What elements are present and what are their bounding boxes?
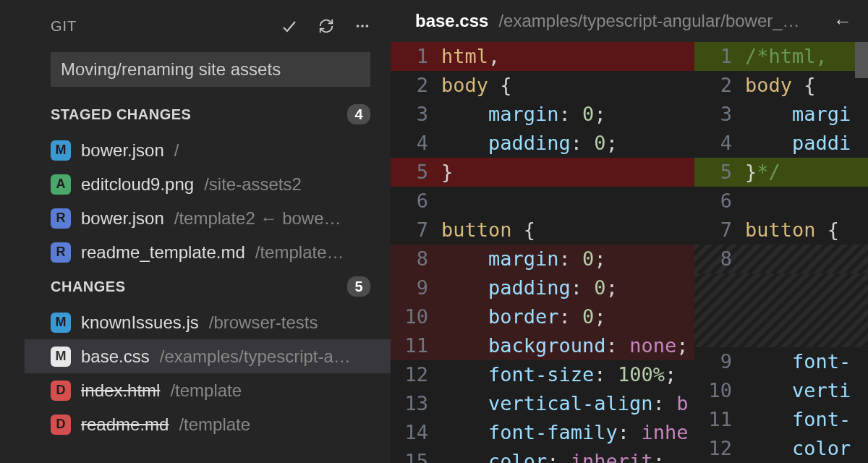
code-line[interactable]: 3 margin: 0; bbox=[391, 100, 694, 129]
code-content: color: inherit; bbox=[441, 447, 694, 463]
line-number: 6 bbox=[694, 187, 745, 216]
line-number: 1 bbox=[391, 42, 441, 71]
code-line[interactable]: 11 font- bbox=[694, 405, 868, 434]
line-number: 8 bbox=[391, 245, 441, 273]
code-line[interactable]: 7button { bbox=[391, 216, 694, 245]
code-content: /*html, bbox=[745, 42, 868, 71]
code-line[interactable]: 2body { bbox=[694, 71, 868, 100]
svg-point-1 bbox=[361, 25, 364, 27]
code-line[interactable]: 14 font-family: inhe bbox=[391, 418, 694, 447]
line-number: 5 bbox=[694, 158, 745, 187]
code-line[interactable]: 1/*html, bbox=[694, 42, 868, 71]
file-name: index.html bbox=[81, 381, 160, 401]
line-number: 11 bbox=[694, 405, 745, 434]
file-path: /template… bbox=[255, 242, 344, 263]
code-line[interactable]: 7button { bbox=[694, 216, 868, 245]
file-path: /browser-tests bbox=[209, 313, 318, 333]
line-number: 5 bbox=[391, 158, 441, 187]
staged-section-header[interactable]: STAGED CHANGES 4 bbox=[25, 97, 391, 133]
code-line[interactable]: 2body { bbox=[391, 71, 694, 100]
line-number: 9 bbox=[694, 347, 745, 376]
line-number: 2 bbox=[694, 71, 745, 100]
commit-message-input[interactable] bbox=[51, 52, 370, 87]
file-name: readme.md bbox=[81, 415, 169, 435]
svg-point-2 bbox=[366, 25, 369, 27]
file-row[interactable]: Mbower.json/ bbox=[25, 133, 391, 167]
code-line[interactable]: 5} bbox=[391, 158, 694, 187]
code-line[interactable]: 9 padding: 0; bbox=[391, 273, 694, 302]
code-content: padding: 0; bbox=[441, 129, 694, 158]
code-content: margi bbox=[745, 100, 868, 129]
file-path: /examples/typescript-a… bbox=[160, 347, 351, 367]
git-sidebar: GIT STAGED CHANGES 4 Mbower.json/Aeditcl… bbox=[0, 0, 391, 463]
line-number: 10 bbox=[694, 376, 745, 405]
file-row[interactable]: Rreadme_template.md/template… bbox=[25, 235, 391, 269]
line-number: 13 bbox=[391, 389, 441, 418]
code-line[interactable]: 10 border: 0; bbox=[391, 302, 694, 331]
file-row[interactable]: Aeditcloud9.png/site-assets2 bbox=[25, 167, 391, 201]
file-row[interactable]: Mbase.css/examples/typescript-a… bbox=[25, 339, 391, 373]
code-line[interactable]: 6 bbox=[694, 187, 868, 216]
file-name: bower.json bbox=[81, 208, 164, 229]
status-badge: A bbox=[51, 174, 71, 195]
file-path: /template bbox=[170, 381, 242, 401]
code-line[interactable]: 4 padding: 0; bbox=[391, 129, 694, 158]
code-line[interactable]: 12 color bbox=[694, 434, 868, 463]
changes-section-header[interactable]: CHANGES 5 bbox=[25, 269, 391, 305]
diff-pane-left[interactable]: 1html,2body {3 margin: 0;4 padding: 0;5}… bbox=[391, 42, 694, 463]
changes-list: MknownIssues.js/browser-testsMbase.css/e… bbox=[25, 305, 391, 441]
code-content: margin: 0; bbox=[441, 100, 694, 129]
commit-icon[interactable] bbox=[281, 17, 298, 35]
sidebar-header: GIT bbox=[25, 0, 391, 48]
tab-filename[interactable]: base.css bbox=[415, 11, 488, 31]
status-badge: M bbox=[51, 347, 71, 367]
file-row[interactable]: Dreadme.md/template bbox=[25, 407, 391, 441]
file-row[interactable]: Rbower.json/template2 ← bowe… bbox=[25, 201, 391, 235]
refresh-icon[interactable] bbox=[318, 18, 334, 34]
code-line[interactable]: 13 vertical-align: b bbox=[391, 389, 694, 418]
file-name: bower.json bbox=[81, 140, 164, 161]
code-content: font- bbox=[745, 347, 868, 376]
more-icon[interactable] bbox=[354, 18, 370, 34]
file-name: editcloud9.png bbox=[81, 174, 194, 195]
code-content: body { bbox=[745, 71, 868, 100]
code-line[interactable] bbox=[694, 323, 868, 347]
svg-point-0 bbox=[357, 25, 359, 27]
code-content: font- bbox=[745, 405, 868, 434]
code-line[interactable]: 6 bbox=[391, 187, 694, 216]
code-line[interactable]: 15 color: inherit; bbox=[391, 447, 694, 463]
code-line[interactable]: 11 background: none; bbox=[391, 331, 694, 360]
file-row[interactable]: MknownIssues.js/browser-tests bbox=[25, 305, 391, 339]
code-line[interactable]: 5}*/ bbox=[694, 158, 868, 187]
code-line[interactable]: 8 margin: 0; bbox=[391, 245, 694, 273]
line-number: 3 bbox=[694, 100, 745, 129]
line-number: 1 bbox=[694, 42, 745, 71]
code-content: color bbox=[745, 434, 868, 463]
header-actions bbox=[281, 17, 370, 35]
line-number: 2 bbox=[391, 71, 441, 100]
status-badge: R bbox=[51, 242, 71, 263]
file-row[interactable]: Dindex.html/template bbox=[25, 373, 391, 407]
line-number: 15 bbox=[391, 447, 441, 463]
code-line[interactable] bbox=[694, 273, 868, 298]
line-number: 8 bbox=[694, 245, 745, 273]
code-line[interactable] bbox=[694, 298, 868, 323]
code-line[interactable]: 10 verti bbox=[694, 376, 868, 405]
code-content: verti bbox=[745, 376, 868, 405]
line-number: 10 bbox=[391, 302, 441, 331]
line-number: 9 bbox=[391, 273, 441, 302]
code-line[interactable]: 4 paddi bbox=[694, 129, 868, 158]
code-line[interactable]: 8 bbox=[694, 245, 868, 273]
code-line[interactable]: 9 font- bbox=[694, 347, 868, 376]
line-number: 4 bbox=[391, 129, 441, 158]
code-line[interactable]: 3 margi bbox=[694, 100, 868, 129]
code-line[interactable]: 12 font-size: 100%; bbox=[391, 360, 694, 389]
diff-pane-right[interactable]: 1/*html,2body {3 margi4 paddi5}*/67butto… bbox=[694, 42, 868, 463]
code-content: button { bbox=[441, 216, 694, 245]
code-content: paddi bbox=[745, 129, 868, 158]
code-content: font-family: inhe bbox=[441, 418, 694, 447]
code-content: } bbox=[441, 158, 694, 187]
code-line[interactable]: 1html, bbox=[391, 42, 694, 71]
status-badge: D bbox=[51, 415, 71, 435]
back-arrow-icon[interactable]: ← bbox=[833, 10, 852, 33]
